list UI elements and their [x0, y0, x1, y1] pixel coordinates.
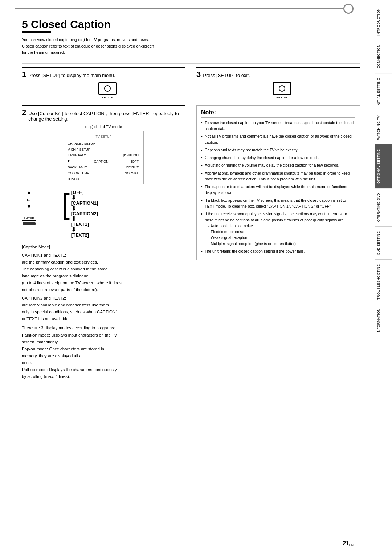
setup-icon-container: SETUP: [29, 82, 185, 99]
sidebar-tab-dvd-setting[interactable]: DVD SETTING: [375, 226, 392, 259]
tv-setup-title: - TV SETUP -: [68, 134, 140, 139]
or-text: or: [27, 197, 31, 202]
pop-on-text: Pop-on mode: Once characters are stored …: [22, 346, 185, 366]
tv-row-channel: CHANNEL SETUP: [68, 141, 140, 147]
flow-items-list: [OFF] ⬇ [CAPTION1] ⬇ [CAPTION2]: [71, 190, 98, 238]
caption2-body: are rarely available and broadcasters us…: [22, 302, 185, 322]
eg-label: e.g.) digital TV mode: [22, 125, 185, 129]
step1-number: 1: [22, 70, 26, 79]
setup-label: SETUP: [102, 96, 113, 99]
sidebar-tab-optional-setting[interactable]: OPTIONAL SETTING: [375, 144, 392, 188]
note-sub-1: - Automobile ignition noise: [205, 223, 355, 229]
display-modes-text: There are 3 display modes according to p…: [22, 325, 185, 331]
intro-line1: You can view closed captioning (cc) for …: [22, 37, 149, 42]
tv-row-caption: CAPTION[OFF]: [68, 159, 140, 164]
sidebar-tab-introduction[interactable]: INTRODUCTION: [375, 4, 392, 40]
intro-line3: for the hearing impaired.: [22, 50, 65, 54]
caption-flow: [ [OFF] ⬇ [CAPTION1] ⬇: [62, 190, 98, 238]
note-box: Note: To show the closed caption on your…: [196, 105, 360, 260]
note-item-4: Changing channels may delay the closed c…: [201, 155, 355, 160]
paint-on-text: Paint-on mode: Displays input characters…: [22, 332, 185, 346]
page-container: 5 Closed Caption You can view closed cap…: [0, 0, 392, 554]
intro-text: You can view closed captioning (cc) for …: [22, 37, 269, 56]
caption1-heading: CAPTION1 and TEXT1;: [22, 252, 185, 259]
sidebar-tab-initial-setting[interactable]: INITIAL SETTING: [375, 73, 392, 111]
step1-text: Press [SETUP] to display the main menu.: [28, 73, 115, 78]
step1-header: 1 Press [SETUP] to display the main menu…: [22, 67, 185, 79]
page-number: 21: [343, 540, 349, 547]
sidebar-tabs: INTRODUCTION CONNECTION INITIAL SETTING …: [375, 4, 392, 338]
flow-arrow-2: ⬇: [71, 206, 98, 211]
note-item-6: Abbreviations, symbols and other grammat…: [201, 170, 355, 182]
note-item-7: The caption or text characters will not …: [201, 184, 355, 196]
sidebar-tab-operating-dvd[interactable]: OPERATING DVD: [375, 188, 392, 226]
step2-text: Use [Cursor K/L] to select CAPTION , the…: [28, 111, 185, 122]
setup-icon: [98, 82, 117, 95]
arrow-down-icon: ▼: [26, 204, 32, 209]
note-divider: [196, 102, 360, 102]
arrows-column: ▲ or ▼ ENTER: [22, 190, 36, 225]
two-column-layout: 1 Press [SETUP] to display the main menu…: [22, 67, 360, 380]
tv-row-vchip: V-CHIP SETUP: [68, 147, 140, 152]
step3-number: 3: [196, 70, 201, 79]
tv-row-language: LANGUAGE[ENGLISH]: [68, 152, 140, 158]
sidebar-tab-troubleshooting[interactable]: TROUBLESHOOTING: [375, 259, 392, 304]
title-underline: [22, 31, 51, 33]
page-lang: EN: [349, 543, 354, 547]
step3-header: 3 Press [SETUP] to exit.: [196, 67, 360, 79]
page-title-section: 5 Closed Caption: [22, 18, 360, 33]
sidebar: INTRODUCTION CONNECTION INITIAL SETTING …: [375, 0, 392, 554]
enter-button: ENTER: [22, 216, 36, 221]
sidebar-tab-information[interactable]: INFORMATION: [375, 304, 392, 338]
sidebar-tab-connection[interactable]: CONNECTION: [375, 40, 392, 73]
setup-label-step3: SETUP: [276, 96, 288, 99]
flow-arrow-4: ⬇: [71, 227, 98, 232]
step2-number: 2: [22, 108, 26, 117]
bracket-left: [: [62, 190, 70, 238]
note-item-9: If the unit receives poor quality televi…: [201, 211, 355, 247]
note-sub-3: - Weak signal reception: [205, 235, 355, 240]
setup-icon-step3: [273, 82, 291, 95]
roll-up-text: Roll-up mode: Displays the characters co…: [22, 366, 185, 380]
right-column: 3 Press [SETUP] to exit. SETUP Note: To …: [196, 67, 360, 380]
enter-bar: [23, 222, 36, 225]
tv-row-colortemp: COLOR TEMP.[NORMAL]: [68, 170, 140, 176]
note-sub-2: - Electric motor noise: [205, 229, 355, 235]
sidebar-tab-watching-tv[interactable]: WATCHING TV: [375, 111, 392, 144]
note-item-1: To show the closed caption on your TV sc…: [201, 120, 355, 132]
step2-divider: [22, 102, 185, 102]
note-item-10: The unit retains the closed caption sett…: [201, 248, 355, 254]
note-title: Note:: [201, 109, 355, 118]
note-item-3: Captions and texts may not match the TV …: [201, 147, 355, 153]
step3-text: Press [SETUP] to exit.: [203, 73, 250, 78]
note-sub-4: - Multiplex signal reception (ghosts or …: [205, 241, 355, 247]
page-title: 5 Closed Caption: [22, 18, 360, 30]
flow-arrow-1: ⬇: [71, 195, 98, 200]
nav-area: ▲ or ▼ ENTER [: [22, 190, 185, 238]
note-item-8: If a black box appears on the TV screen,…: [201, 197, 355, 209]
left-column: 1 Press [SETUP] to display the main menu…: [22, 67, 185, 380]
main-content: 5 Closed Caption You can view closed cap…: [0, 0, 375, 554]
intro-line2: Closed caption refer to text of dialogue…: [22, 44, 154, 48]
flow-item-text2: [TEXT2]: [71, 232, 98, 238]
caption-mode-heading: [Caption Mode]: [22, 244, 185, 250]
tv-row-dtvcc: DTVCC: [68, 176, 140, 182]
flow-arrow-3: ⬇: [71, 216, 98, 221]
tv-setup-box: - TV SETUP - CHANNEL SETUP V-CHIP SETUP …: [64, 131, 144, 185]
note-list: To show the closed caption on your TV sc…: [201, 120, 355, 254]
step2-header: 2 Use [Cursor K/L] to select CAPTION , t…: [22, 105, 185, 122]
tv-row-backlight: BACK LIGHT[BRIGHT]: [68, 164, 140, 170]
note-item-5: Adjusting or muting the volume may delay…: [201, 162, 355, 168]
circle-decoration: [343, 4, 354, 14]
caption2-heading: CAPTION2 and TEXT2;: [22, 295, 185, 302]
arrow-up-icon: ▲: [26, 190, 32, 195]
section-divider: [22, 63, 360, 64]
caption-mode-section: [Caption Mode] CAPTION1 and TEXT1; are t…: [22, 244, 185, 380]
note-item-2: Not all TV programs and commercials have…: [201, 133, 355, 145]
top-line: [15, 8, 354, 9]
caption1-body: are the primary caption and text service…: [22, 259, 185, 293]
setup-icon-container-step3: SETUP: [204, 82, 360, 99]
